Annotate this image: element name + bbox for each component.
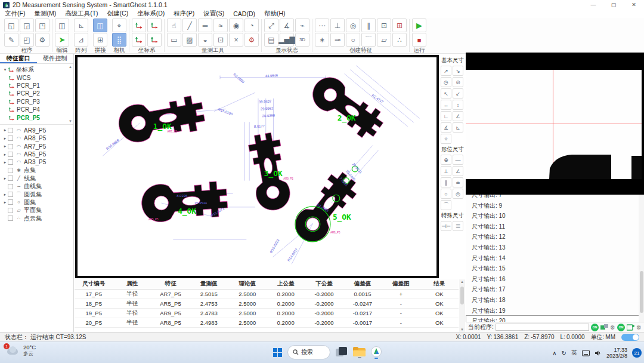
show-3d-icon[interactable]: 3D: [295, 33, 309, 47]
dim-distance2-icon[interactable]: ↘: [453, 66, 463, 76]
expand-icon[interactable]: ▸: [2, 152, 8, 157]
dim-angle3-icon[interactable]: ⊾: [453, 122, 463, 133]
table-scrollbar[interactable]: ▲ ▼: [459, 279, 465, 332]
output-item[interactable]: 尺寸输出: 18: [466, 294, 644, 305]
menu-advanced-tools[interactable]: 高级工具(T): [65, 10, 98, 18]
set-item-ar7[interactable]: ▸◠AR7_P5: [2, 143, 73, 150]
create-circle-icon[interactable]: ○: [346, 33, 360, 47]
expand-icon[interactable]: ▸: [2, 144, 8, 149]
checkbox[interactable]: [8, 159, 13, 165]
menu-program[interactable]: 程序(P): [174, 10, 194, 18]
expand-icon[interactable]: ▸: [2, 192, 8, 197]
menu-cad[interactable]: CAD(D): [233, 10, 255, 17]
menu-measure[interactable]: 量测(M): [34, 10, 56, 18]
toggle-on-1[interactable]: ON: [591, 324, 599, 331]
dim-angle2-icon[interactable]: ∡: [441, 122, 451, 133]
table-row[interactable]: 20_P5半径AR8_P52.49832.50000.2000-0.2000-0…: [75, 318, 459, 327]
stitch-settings-icon[interactable]: ⊞: [93, 33, 107, 47]
stitch-image-icon[interactable]: ◫: [93, 19, 107, 32]
task-view-button[interactable]: [336, 347, 348, 358]
checkbox[interactable]: [8, 176, 13, 181]
minimize-icon[interactable]: —: [583, 0, 603, 10]
set-item-lines[interactable]: ▸╱线集: [2, 174, 73, 182]
output-item[interactable]: 尺寸输出: 11: [466, 221, 644, 232]
scroll-down-icon[interactable]: ▼: [68, 119, 73, 123]
dim-angle-icon[interactable]: ∠: [453, 111, 463, 121]
select-region-icon[interactable]: ◰: [20, 33, 34, 47]
set-item-points[interactable]: ✱点集: [2, 167, 73, 174]
create-segment-icon[interactable]: ⊸: [330, 33, 345, 47]
profile-icon[interactable]: ⌒: [441, 200, 451, 210]
menu-file[interactable]: 文件(F): [5, 10, 25, 18]
output-item[interactable]: 尺寸输出: 17: [466, 284, 644, 294]
ime-indicator[interactable]: 英: [571, 349, 577, 357]
sync-icon[interactable]: ↻: [562, 350, 566, 356]
save-program-icon[interactable]: ◲: [20, 19, 34, 32]
dim-diameter2-icon[interactable]: ⊘: [453, 77, 463, 87]
gear-icon[interactable]: ⚙: [610, 324, 615, 331]
concentricity-icon[interactable]: ◎: [453, 189, 463, 199]
straightness-icon[interactable]: —: [453, 155, 463, 165]
set-item-ar8[interactable]: ▸◠AR8_P5: [2, 134, 73, 142]
tray-expand-icon[interactable]: ∧: [552, 350, 556, 356]
taskbar-weather-widget[interactable]: 1 20°C 多云: [5, 344, 36, 356]
touch-keyboard-icon[interactable]: [582, 350, 590, 356]
program-settings-icon[interactable]: ⚙: [35, 33, 49, 47]
checkbox[interactable]: [8, 144, 13, 149]
checkbox[interactable]: [8, 128, 13, 133]
hatch-tool-icon[interactable]: ▨: [182, 33, 197, 47]
output-item[interactable]: 尺寸输出: 15: [466, 263, 644, 273]
stop-icon[interactable]: ■: [412, 33, 426, 47]
dim-list-icon[interactable]: ☰: [453, 221, 463, 231]
start-button[interactable]: [273, 348, 282, 357]
output-item-selected[interactable]: 尺寸输出: 20: [466, 315, 644, 322]
caliper-icon[interactable]: ⊣⊢: [441, 221, 451, 231]
array-create-icon[interactable]: ⊾: [74, 19, 88, 32]
pick-tool-icon[interactable]: ☝: [167, 19, 181, 32]
tree-item-pcr-p2[interactable]: PCR_P2: [2, 90, 73, 97]
smartghost-app-button[interactable]: [371, 346, 382, 359]
show-dimension-icon[interactable]: ⤢: [264, 19, 278, 32]
perpendicularity-icon[interactable]: ⊥: [441, 166, 451, 176]
unit-toggle[interactable]: [621, 334, 639, 341]
menu-create[interactable]: 创建(C): [107, 10, 129, 18]
csys-align-icon[interactable]: [147, 33, 162, 47]
output-item[interactable]: 尺寸输出: 19: [466, 305, 644, 316]
scroll-down-icon[interactable]: ▼: [459, 328, 465, 331]
csys-build-icon[interactable]: [132, 19, 146, 32]
gear-icon[interactable]: ⚙: [636, 324, 642, 331]
tree-scrollbar[interactable]: ▲ ▼: [68, 65, 73, 123]
create-mirror-icon[interactable]: ∥: [361, 19, 376, 32]
checkbox[interactable]: [8, 208, 13, 213]
tree-item-pcr-p4[interactable]: PCR_P4: [2, 106, 73, 113]
close-icon[interactable]: ✕: [624, 0, 644, 10]
tree-root-csys[interactable]: ▾ 坐标系: [2, 66, 73, 73]
parallel-tool-icon[interactable]: ═: [198, 19, 212, 32]
taskbar-search[interactable]: 搜索: [287, 345, 330, 359]
position-icon[interactable]: ⊕: [441, 155, 451, 165]
toggle-on-2[interactable]: ON: [617, 324, 625, 331]
tool-settings-icon[interactable]: ⚙: [244, 33, 259, 47]
expand-icon[interactable]: ▸: [2, 176, 8, 181]
table-row[interactable]: 19_P5半径AR9_P52.47832.50000.2000-0.2000-0…: [75, 308, 459, 318]
maximize-icon[interactable]: ▢: [603, 0, 624, 10]
checkbox[interactable]: [8, 216, 13, 221]
speaker-icon[interactable]: [595, 350, 602, 356]
create-perpendicular-icon[interactable]: ⊥: [330, 19, 345, 32]
display-mode-icon[interactable]: [600, 324, 608, 331]
line-tool-icon[interactable]: ╱: [182, 19, 197, 32]
expand-icon[interactable]: ▸: [2, 128, 8, 133]
focus-tool-icon[interactable]: ⊡: [213, 33, 228, 47]
checkbox[interactable]: [8, 152, 13, 157]
curve-tool-icon[interactable]: ≈: [213, 19, 228, 32]
checkbox[interactable]: [8, 192, 13, 197]
checkbox[interactable]: [8, 168, 13, 173]
notification-badge[interactable]: 21: [632, 348, 642, 358]
export-program-icon[interactable]: ◳: [35, 19, 49, 32]
array-edit-icon[interactable]: ⊿: [74, 33, 88, 47]
table-row[interactable]: 18_P5半径AR5_P52.47532.50000.2000-0.2000-0…: [75, 299, 459, 308]
run-icon[interactable]: ▶: [412, 19, 426, 32]
symmetry-icon[interactable]: ≐: [453, 177, 463, 187]
angularity-icon[interactable]: ∠: [453, 166, 463, 176]
set-item-ar3[interactable]: ▸◠AR3_P5: [2, 158, 73, 166]
